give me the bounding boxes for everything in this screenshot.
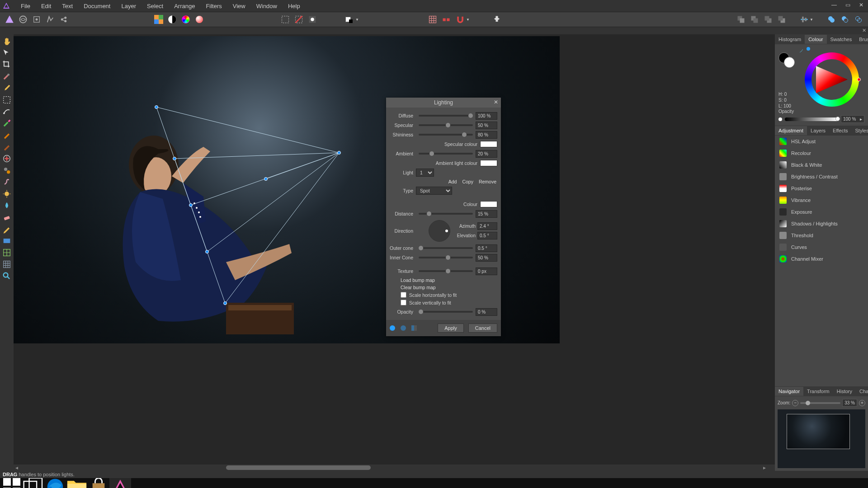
tool-rect[interactable] — [2, 236, 12, 246]
maximize-button[interactable]: ▭ — [841, 0, 854, 10]
opacity-slider[interactable] — [785, 117, 838, 121]
scale-v-checkbox[interactable] — [401, 300, 406, 305]
tool-dropper[interactable] — [2, 83, 12, 93]
edge-browser-icon[interactable] — [44, 478, 66, 488]
tool-freehand[interactable] — [2, 107, 12, 117]
preset-2-icon[interactable] — [401, 325, 406, 331]
tool-dodge[interactable] — [2, 189, 12, 199]
adjustment-curves[interactable]: Curves — [775, 241, 868, 253]
affinity-photo-taskbar-icon[interactable] — [109, 478, 131, 488]
boolean-intersect-icon[interactable] — [854, 15, 863, 24]
preset-icon[interactable] — [390, 325, 395, 331]
azimuth-value[interactable]: 2.4 ° — [477, 222, 497, 230]
lighting-dialog[interactable]: Lighting ✕ Diffuse100 % Specular50 % Shi… — [386, 98, 501, 336]
nav-tabs-transform[interactable]: Transform — [803, 387, 833, 396]
light-handle[interactable] — [223, 301, 227, 305]
cancel-button[interactable]: Cancel — [468, 324, 497, 333]
adj-tabs-layers[interactable]: Layers — [807, 126, 829, 135]
nav-tabs-history[interactable]: History — [833, 387, 856, 396]
tool-zoom[interactable] — [2, 271, 12, 281]
adj-tabs-styles[interactable]: Styles — [852, 126, 868, 135]
tool-move[interactable] — [2, 48, 12, 58]
menu-text[interactable]: Text — [57, 1, 78, 11]
ambient-value[interactable]: 20 % — [476, 150, 497, 158]
adjustment-hsl-adjust[interactable]: HSL Adjust — [775, 136, 868, 147]
light-handle[interactable] — [189, 203, 193, 207]
menu-document[interactable]: Document — [78, 1, 116, 11]
boolean-subtract-icon[interactable] — [840, 15, 849, 24]
elevation-value[interactable]: 0.5 ° — [477, 232, 497, 239]
scale-h-checkbox[interactable] — [401, 292, 406, 298]
color-tabs-colour[interactable]: Colour — [805, 35, 826, 44]
snapping-icon[interactable] — [442, 15, 451, 24]
horizontal-scrollbar[interactable]: ◂▸ — [14, 465, 768, 471]
load-bump-link[interactable]: Load bump map — [401, 277, 435, 283]
menu-view[interactable]: View — [227, 1, 251, 11]
menu-arrange[interactable]: Arrange — [169, 1, 200, 11]
persona-liquify-icon[interactable] — [19, 15, 28, 24]
color-tabs-swatches[interactable]: Swatches — [827, 35, 856, 44]
light-handle[interactable] — [264, 177, 268, 181]
adjustment-shadows-highlights[interactable]: Shadows / Highlights — [775, 218, 868, 230]
adjustment-brightness-contrast[interactable]: Brightness / Contrast — [775, 171, 868, 183]
light-colour-chip[interactable] — [480, 201, 497, 207]
tool-smudge[interactable] — [2, 177, 12, 187]
eyedropper-icon[interactable]: ⟋ — [798, 47, 805, 54]
adjustment-exposure[interactable]: Exposure — [775, 206, 868, 218]
diffuse-slider[interactable] — [419, 115, 473, 117]
texture-value[interactable]: 0 px — [476, 267, 497, 275]
direction-control[interactable] — [429, 220, 450, 242]
distance-slider[interactable] — [419, 213, 473, 215]
tool-hand[interactable] — [2, 36, 12, 46]
tool-paint[interactable] — [2, 118, 12, 128]
canvas-area[interactable]: ◂▸ Lighting ✕ Diffuse100 % Specular50 % … — [14, 34, 775, 471]
adj-tabs-effects[interactable]: Effects — [829, 126, 851, 135]
persona-export-icon[interactable] — [59, 15, 68, 24]
tool-heal[interactable] — [2, 154, 12, 164]
light-handle[interactable] — [205, 250, 209, 253]
specular-value[interactable]: 50 % — [476, 122, 497, 129]
specular-colour-chip[interactable] — [480, 141, 497, 147]
inner-cone-slider[interactable] — [419, 257, 473, 258]
diffuse-value[interactable]: 100 % — [476, 112, 497, 120]
adjustment-threshold[interactable]: Threshold — [775, 230, 868, 241]
ambient-slider[interactable] — [419, 153, 473, 155]
dialog-titlebar[interactable]: Lighting ✕ — [386, 98, 501, 108]
arrange-back-icon[interactable] — [736, 15, 745, 24]
light-select[interactable]: 1 — [416, 169, 434, 177]
persona-photo-icon[interactable] — [5, 15, 14, 24]
file-explorer-icon[interactable] — [66, 478, 88, 488]
tool-pencil[interactable] — [2, 224, 12, 234]
grid-icon[interactable] — [428, 15, 437, 24]
ambient-colour-chip[interactable] — [480, 160, 497, 166]
persona-tonemap-icon[interactable] — [46, 15, 55, 24]
zoom-value[interactable]: 33 % — [842, 399, 857, 407]
selection-marquee-icon[interactable] — [281, 15, 290, 24]
adjustment-recolour[interactable]: Recolour — [775, 147, 868, 159]
colour-mode-dot[interactable] — [807, 47, 810, 51]
dlg-opacity-slider[interactable] — [419, 311, 473, 313]
type-select[interactable]: Spot — [416, 187, 452, 195]
color-tabs-histogram[interactable]: Histogram — [775, 35, 805, 44]
distance-value[interactable]: 15 % — [476, 210, 497, 218]
hue-indicator[interactable] — [857, 78, 861, 81]
tool-marquee[interactable] — [2, 95, 12, 105]
light-remove-link[interactable]: Remove — [479, 179, 496, 184]
document-close-icon[interactable]: ✕ — [862, 28, 866, 33]
store-icon[interactable] — [88, 478, 109, 488]
adjustment-posterise[interactable]: Posterise — [775, 183, 868, 194]
start-button[interactable] — [1, 478, 23, 488]
assistant-icon[interactable] — [492, 15, 501, 24]
selection-off-icon[interactable] — [294, 15, 303, 24]
nav-tabs-navigator[interactable]: Navigator — [775, 387, 803, 396]
tool-eraser[interactable] — [2, 212, 12, 222]
outer-cone-slider[interactable] — [419, 247, 473, 249]
texture-slider[interactable] — [419, 270, 473, 272]
shininess-slider[interactable] — [419, 134, 473, 136]
quick-mask-icon[interactable] — [308, 15, 317, 24]
tool-pen1[interactable] — [2, 130, 12, 140]
menu-select[interactable]: Select — [142, 1, 169, 11]
color-tabs-brushes[interactable]: Brushes — [855, 35, 868, 44]
adjustment-vibrance[interactable]: Vibrance — [775, 194, 868, 206]
tool-crop[interactable] — [2, 60, 12, 70]
